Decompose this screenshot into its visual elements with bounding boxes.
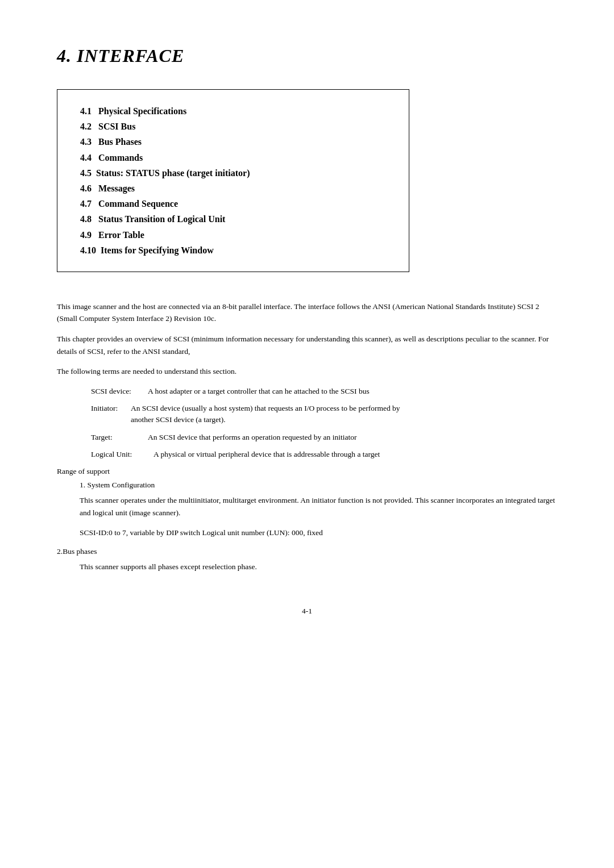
initiator-def-text: An SCSI device (usually a host system) t… — [131, 403, 400, 414]
toc-item-4-4: 4.4 Commands — [80, 150, 386, 165]
target-label: Target: — [91, 432, 148, 443]
toc-item-4-1: 4.1 Physical Specifications — [80, 103, 386, 119]
toc-item-4-6: 4.6 Messages — [80, 181, 386, 196]
logical-unit-term: Logical Unit: A physical or virtual peri… — [91, 449, 557, 460]
scsi-device-label: SCSI device: — [91, 386, 148, 397]
scsi-id-para: SCSI-ID:0 to 7, variable by DIP switch L… — [80, 527, 557, 539]
initiator-term: Initiator: An SCSI device (usually a hos… — [91, 403, 557, 426]
scsi-device-term: SCSI device: A host adapter or a target … — [91, 386, 557, 397]
initiator-continuation: another SCSI device (a target). — [131, 414, 557, 425]
intro-paragraph-1: This image scanner and the host are conn… — [57, 301, 557, 325]
bus-phases-section: This scanner supports all phases except … — [80, 561, 557, 573]
system-config-section: 1. System Configuration This scanner ope… — [80, 481, 557, 539]
toc-item-4-3: 4.3 Bus Phases — [80, 134, 386, 149]
initiator-label: Initiator: — [91, 403, 131, 414]
bus-phases-label: 2.Bus phases — [57, 547, 557, 556]
bus-phases-para: This scanner supports all phases except … — [80, 561, 557, 573]
intro-paragraph-2: This chapter provides an overview of SCS… — [57, 333, 557, 357]
terms-section: SCSI device: A host adapter or a target … — [91, 386, 557, 460]
table-of-contents: 4.1 Physical Specifications 4.2 SCSI Bus… — [57, 89, 409, 272]
toc-item-4-10: 4.10 Items for Specifying Window — [80, 243, 386, 258]
target-term: Target: An SCSI device that performs an … — [91, 432, 557, 443]
page-title: 4. INTERFACE — [57, 45, 557, 66]
toc-item-4-2: 4.2 SCSI Bus — [80, 119, 386, 134]
intro-paragraph-3: The following terms are needed to unders… — [57, 365, 557, 378]
sys-config-label: 1. System Configuration — [80, 481, 557, 490]
toc-item-4-8: 4.8 Status Transition of Logical Unit — [80, 211, 386, 227]
scsi-device-def: A host adapter or a target controller th… — [148, 386, 557, 397]
toc-item-4-7: 4.7 Command Sequence — [80, 196, 386, 211]
range-of-support-label: Range of support — [57, 467, 557, 476]
page-number: 4-1 — [57, 607, 557, 616]
target-def: An SCSI device that performs an operatio… — [148, 432, 557, 443]
logical-unit-def: A physical or virtual peripheral device … — [154, 449, 557, 460]
logical-unit-label: Logical Unit: — [91, 449, 154, 460]
toc-item-4-9: 4.9 Error Table — [80, 227, 386, 243]
toc-item-4-5: 4.5 Status: STATUS phase (target initiat… — [80, 165, 386, 181]
sys-config-para: This scanner operates under the multiini… — [80, 494, 557, 519]
